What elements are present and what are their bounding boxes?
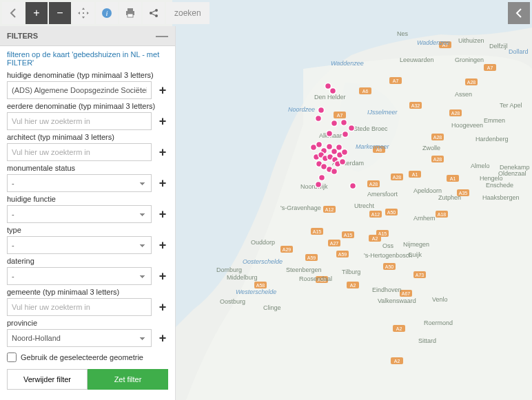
add-filter-icon[interactable]: + [157,145,168,160]
city-label: Oostburg [220,298,245,305]
add-filter-icon[interactable]: + [157,176,168,191]
collapse-filters-icon[interactable]: — [156,32,168,39]
road-badge: A67 [400,290,412,297]
use-geometry-checkbox[interactable] [7,352,17,362]
city-label: Venlo [432,296,448,303]
filter-label: architect (typ minimaal 3 letters) [7,133,168,141]
city-label: Groningen [455,56,484,63]
add-filter-icon[interactable]: + [157,331,168,346]
road-badge: A58 [254,282,267,288]
map-marker[interactable] [330,88,336,94]
map-marker[interactable] [316,182,322,188]
city-label: Dollard [509,48,529,55]
svg-text:A28: A28 [393,175,402,180]
zoom-out-button[interactable]: − [49,2,71,24]
svg-text:i: i [105,9,108,17]
map-marker[interactable] [318,107,325,114]
map-marker[interactable] [342,131,349,138]
add-filter-icon[interactable]: + [157,269,168,284]
road-badge: A28 [465,78,478,85]
map-marker[interactable] [341,120,347,126]
remove-filter-button[interactable]: Verwijder filter [7,369,88,390]
filter-input-2[interactable] [7,143,152,161]
svg-text:A15: A15 [344,233,353,238]
add-filter-icon[interactable]: + [157,300,168,315]
filter-input-7[interactable] [7,298,152,316]
svg-text:A50: A50 [387,210,396,215]
filter-select-6[interactable]: - [7,267,152,285]
svg-text:A28: A28 [451,111,460,116]
city-label: Noordwijk [300,183,328,190]
svg-text:A50: A50 [385,264,394,269]
collapse-right-button[interactable] [508,2,530,24]
map-marker[interactable] [336,145,342,151]
svg-text:A73: A73 [416,273,424,277]
search-input[interactable]: zoeken [166,2,209,24]
map-marker[interactable] [349,125,355,131]
filter-input-0[interactable] [7,81,152,99]
map-marker[interactable] [331,120,338,127]
map-toolbar: + − i zoeken [2,2,209,24]
city-label: Denekamp [500,164,530,171]
use-geometry-label: Gebruik de geselecteerde geometrie [21,353,143,361]
map-marker[interactable] [325,83,331,90]
map-marker[interactable] [327,144,333,150]
city-label: Roosendaal [299,275,332,282]
city-label: Nijmegen [403,241,429,248]
road-badge: A1 [447,175,459,182]
map-marker[interactable] [342,149,348,156]
filter-select-4[interactable]: - [7,205,152,223]
road-badge: A59 [305,254,318,261]
city-label: Den Helder [314,94,346,101]
svg-text:A2: A2 [396,326,402,331]
print-button[interactable] [119,2,141,24]
map-marker[interactable] [331,169,338,175]
map-marker[interactable] [316,142,323,148]
city-label: Eindhoven [372,286,402,293]
city-label: Uithuizen [458,37,484,44]
filter-select-8[interactable]: Noord-Holland [7,329,152,347]
filter-select-5[interactable]: - [7,236,152,254]
svg-rect-77 [127,14,133,17]
map-marker[interactable] [316,116,322,122]
pan-button[interactable] [72,2,94,24]
city-label: Ouddorp [251,239,275,246]
filter-label: huidige functie [7,195,168,203]
svg-text:A29: A29 [283,247,291,252]
map-marker[interactable] [340,159,346,165]
road-badge: A15 [342,231,354,238]
svg-text:A32: A32 [411,103,420,108]
map-marker[interactable] [319,175,325,181]
svg-rect-76 [127,8,133,11]
add-filter-icon[interactable]: + [157,207,168,222]
city-label: Sittard [418,337,436,344]
city-label: Zwolle [422,145,440,151]
city-label: Tilburg [342,269,360,275]
road-badge: A59 [336,251,349,257]
add-filter-icon[interactable]: + [157,83,168,98]
svg-text:A6: A6 [362,89,369,94]
map-marker[interactable] [350,183,356,189]
map-marker[interactable] [327,131,333,137]
filter-label: huidige denominatie (typ minimaal 3 lett… [7,71,168,79]
svg-text:A28: A28 [467,80,476,85]
city-label: Stede Broec [354,125,388,132]
filter-scope-link[interactable]: filteren op de kaart 'gebedshuizen in NL… [7,50,168,67]
filters-title: FILTERS [7,32,38,40]
svg-text:A7: A7 [487,65,493,70]
back-button[interactable] [2,2,24,24]
share-button[interactable] [143,2,165,24]
filter-select-3[interactable]: - [7,174,152,192]
apply-filter-button[interactable]: Zet filter [88,369,168,390]
add-filter-icon[interactable]: + [157,238,168,253]
filter-input-1[interactable] [7,112,152,130]
zoom-in-button[interactable]: + [25,2,48,24]
water-label: Noordzee [288,106,315,113]
filter-label: monumentale status [7,164,168,172]
info-button[interactable]: i [96,2,118,24]
road-badge: A12 [323,206,336,213]
filter-label: gemeente (typ minimaal 3 letters) [7,288,168,296]
add-filter-icon[interactable]: + [157,114,168,129]
road-badge: A12 [369,211,382,218]
road-badge: A2 [347,282,359,288]
